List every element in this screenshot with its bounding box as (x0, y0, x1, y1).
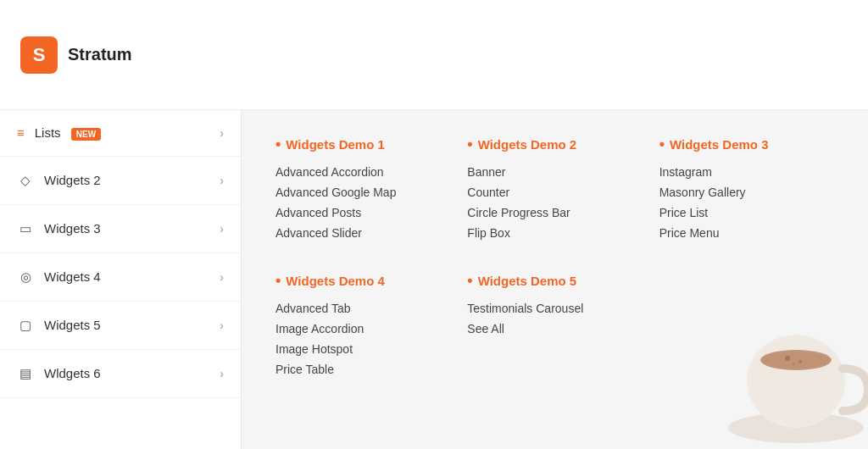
folder-icon: ▢ (17, 317, 34, 334)
main-layout: ≡ Lists NEW › ◇ Widgets 2 › ▭ Widgets 3 … (0, 110, 868, 449)
link-flip-box[interactable]: Flip Box (467, 226, 642, 240)
chevron-right-icon: › (220, 367, 224, 380)
svg-point-0 (728, 413, 864, 443)
sidebar-item-widgets6[interactable]: ▤ Wldgets 6 › (0, 350, 241, 398)
link-advanced-google-map[interactable]: Advanced Google Map (275, 186, 450, 199)
demo-section-1: Widgets Demo 1 Advanced Accordion Advanc… (275, 136, 450, 247)
demo-section-5: Widgets Demo 5 Testimonials Carousel See… (467, 272, 642, 383)
chevron-right-icon: › (220, 126, 224, 140)
location-icon: ◎ (17, 269, 34, 285)
grid-icon: ▤ (17, 365, 34, 382)
link-instagram[interactable]: Instagram (659, 165, 834, 179)
link-advanced-slider[interactable]: Advanced Slider (275, 226, 450, 240)
sidebar: ≡ Lists NEW › ◇ Widgets 2 › ▭ Widgets 3 … (0, 110, 242, 449)
widgets3-label: Widgets 3 (44, 221, 209, 236)
demo-section-4: Widgets Demo 4 Advanced Tab Image Accord… (275, 272, 450, 383)
monitor-icon: ▭ (17, 220, 34, 237)
sidebar-item-widgets5[interactable]: ▢ Widgets 5 › (0, 302, 241, 350)
link-counter[interactable]: Counter (467, 186, 642, 199)
demo1-title: Widgets Demo 1 (275, 136, 450, 153)
link-price-list[interactable]: Price List (659, 206, 834, 219)
link-image-accordion[interactable]: Image Accordion (275, 322, 450, 335)
new-badge: NEW (71, 128, 101, 141)
link-circle-progress-bar[interactable]: Circle Progress Bar (467, 206, 642, 219)
sidebar-item-widgets2[interactable]: ◇ Widgets 2 › (0, 157, 241, 205)
logo-icon: S (20, 36, 58, 74)
demo4-title: Widgets Demo 4 (275, 272, 450, 290)
widgets6-label: Wldgets 6 (44, 366, 209, 380)
chevron-right-icon: › (220, 222, 224, 236)
logo-text: Stratum (68, 45, 132, 64)
link-advanced-accordion[interactable]: Advanced Accordion (275, 165, 450, 179)
link-advanced-tab[interactable]: Advanced Tab (275, 302, 450, 315)
logo: S Stratum (20, 36, 132, 74)
widgets5-label: Widgets 5 (44, 318, 209, 332)
sidebar-item-widgets3[interactable]: ▭ Widgets 3 › (0, 205, 241, 253)
link-testimonials-carousel[interactable]: Testimonials Carousel (467, 302, 642, 315)
sidebar-lists-label: Lists NEW (35, 125, 210, 141)
sidebar-item-lists[interactable]: ≡ Lists NEW › (0, 110, 241, 157)
chevron-right-icon: › (220, 319, 224, 332)
link-price-menu[interactable]: Price Menu (659, 226, 834, 240)
header: S Stratum (0, 0, 868, 110)
link-banner[interactable]: Banner (467, 165, 642, 179)
dropdown-panel: Widgets Demo 1 Advanced Accordion Advanc… (242, 110, 868, 449)
widgets2-label: Widgets 2 (44, 173, 209, 187)
link-advanced-posts[interactable]: Advanced Posts (275, 206, 450, 219)
chevron-right-icon: › (220, 174, 224, 187)
dropdown-grid: Widgets Demo 1 Advanced Accordion Advanc… (275, 136, 834, 383)
list-icon: ≡ (17, 125, 25, 140)
tag-icon: ◇ (17, 172, 34, 189)
chevron-right-icon: › (220, 270, 224, 284)
link-see-all[interactable]: See All (467, 322, 642, 335)
widgets4-label: Widgets 4 (44, 269, 209, 284)
sidebar-item-widgets4[interactable]: ◎ Widgets 4 › (0, 253, 241, 302)
link-masonry-gallery[interactable]: Masonry Gallery (659, 186, 834, 199)
logo-symbol: S (33, 44, 46, 66)
link-image-hotspot[interactable]: Image Hotspot (275, 342, 450, 356)
demo2-title: Widgets Demo 2 (467, 136, 642, 153)
demo3-title: Widgets Demo 3 (659, 136, 834, 153)
demo-section-2: Widgets Demo 2 Banner Counter Circle Pro… (467, 136, 642, 247)
demo-section-3: Widgets Demo 3 Instagram Masonry Gallery… (659, 136, 834, 247)
link-price-table[interactable]: Price Table (275, 363, 450, 376)
demo5-title: Widgets Demo 5 (467, 272, 642, 290)
